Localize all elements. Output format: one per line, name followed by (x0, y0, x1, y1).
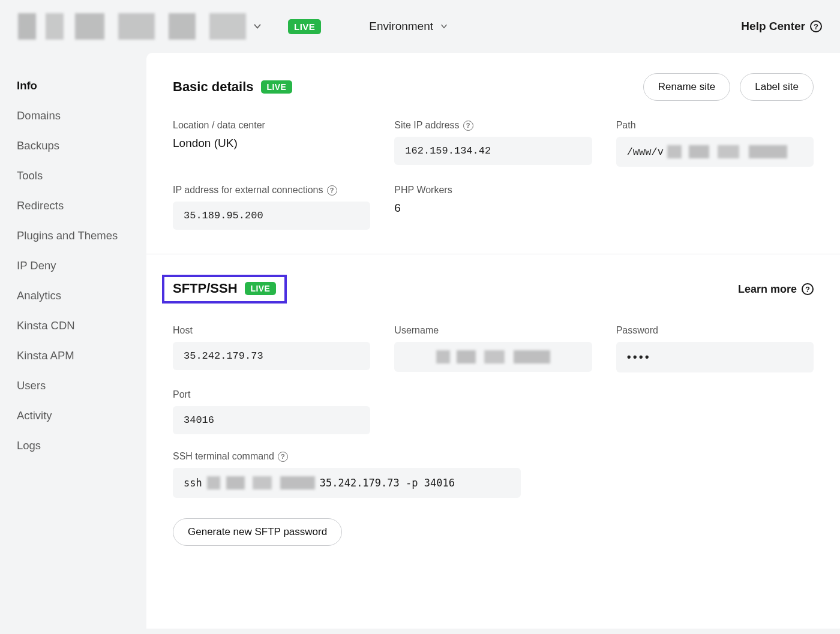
sidebar-item-label: Domains (17, 109, 61, 122)
field-external-ip: IP address for external connections ? 35… (173, 185, 370, 230)
field-password: Password •••• (616, 325, 814, 372)
sidebar-item-users[interactable]: Users (17, 371, 146, 401)
sidebar-item-label: Logs (17, 439, 41, 452)
site-name-redacted (18, 13, 246, 40)
field-value[interactable]: 35.242.179.73 (173, 342, 370, 370)
sidebar-item-label: Info (17, 79, 37, 92)
sidebar-item-analytics[interactable]: Analytics (17, 281, 146, 311)
field-ssh-command: SSH terminal command ? ssh 35.242.179.73… (173, 451, 592, 498)
live-badge: LIVE (245, 282, 277, 295)
sftp-title-highlight: SFTP/SSH LIVE (162, 275, 287, 304)
sidebar: Info Domains Backups Tools Redirects Plu… (0, 53, 146, 629)
sidebar-item-backups[interactable]: Backups (17, 131, 146, 161)
field-host: Host 35.242.179.73 (173, 325, 370, 372)
field-label: Port (173, 389, 370, 400)
path-redacted (667, 145, 787, 158)
sidebar-item-kinsta-apm[interactable]: Kinsta APM (17, 341, 146, 371)
rename-site-button[interactable]: Rename site (643, 73, 730, 101)
sidebar-item-plugins-themes[interactable]: Plugins and Themes (17, 221, 146, 251)
field-site-ip: Site IP address ? 162.159.134.42 (394, 120, 592, 167)
field-value[interactable]: •••• (616, 342, 814, 372)
help-icon: ? (810, 20, 822, 32)
help-center-label: Help Center (741, 20, 805, 33)
field-value: 6 (394, 202, 592, 215)
field-label: PHP Workers (394, 185, 592, 196)
sidebar-item-label: Users (17, 379, 46, 392)
field-label: IP address for external connections ? (173, 185, 370, 196)
sidebar-item-label: Tools (17, 169, 43, 182)
generate-sftp-password-button[interactable]: Generate new SFTP password (173, 518, 342, 546)
field-port: Port 34016 (173, 389, 370, 434)
sidebar-item-label: Activity (17, 409, 52, 422)
learn-more-label: Learn more (738, 283, 797, 296)
label-site-button[interactable]: Label site (740, 73, 814, 101)
site-selector[interactable] (18, 13, 276, 40)
field-php-workers: PHP Workers 6 (394, 185, 592, 230)
chevron-down-icon (252, 21, 263, 32)
field-value[interactable]: /www/v (616, 137, 814, 167)
help-icon[interactable]: ? (327, 185, 337, 196)
sidebar-item-redirects[interactable]: Redirects (17, 191, 146, 221)
field-value: London (UK) (173, 137, 370, 150)
field-label: Username (394, 325, 592, 336)
sidebar-item-label: Redirects (17, 199, 64, 212)
sidebar-item-label: IP Deny (17, 259, 56, 272)
field-label: SSH terminal command ? (173, 451, 592, 462)
field-label: Path (616, 120, 814, 131)
help-center-link[interactable]: Help Center ? (741, 20, 822, 33)
basic-details-panel: Basic details LIVE Rename site Label sit… (146, 53, 840, 254)
live-badge: LIVE (288, 19, 321, 34)
field-path: Path /www/v (616, 120, 814, 167)
help-icon[interactable]: ? (463, 121, 473, 131)
learn-more-link[interactable]: Learn more ? (738, 283, 814, 296)
sidebar-item-ip-deny[interactable]: IP Deny (17, 251, 146, 281)
field-value[interactable]: 34016 (173, 406, 370, 434)
field-username: Username (394, 325, 592, 372)
field-value[interactable]: 162.159.134.42 (394, 137, 592, 165)
username-redacted (436, 350, 550, 363)
field-label: Host (173, 325, 370, 336)
sidebar-item-info[interactable]: Info (17, 71, 146, 101)
sidebar-item-label: Analytics (17, 289, 61, 302)
basic-details-title: Basic details (173, 79, 254, 95)
top-bar: LIVE Environment Help Center ? (0, 0, 840, 53)
field-label: Password (616, 325, 814, 336)
sidebar-item-activity[interactable]: Activity (17, 401, 146, 431)
environment-selector[interactable]: Environment (369, 20, 449, 33)
sidebar-item-domains[interactable]: Domains (17, 101, 146, 131)
help-icon: ? (802, 283, 814, 295)
sidebar-item-kinsta-cdn[interactable]: Kinsta CDN (17, 311, 146, 341)
field-label: Site IP address ? (394, 120, 592, 131)
field-value[interactable]: ssh 35.242.179.73 -p 34016 (173, 468, 521, 498)
chevron-down-icon (439, 22, 449, 31)
live-badge: LIVE (261, 80, 293, 94)
environment-label: Environment (369, 20, 433, 33)
sidebar-item-tools[interactable]: Tools (17, 161, 146, 191)
field-label: Location / data center (173, 120, 370, 131)
sftp-title: SFTP/SSH (173, 281, 238, 296)
ssh-user-redacted (207, 476, 315, 489)
field-value[interactable] (394, 342, 592, 372)
sidebar-item-label: Kinsta APM (17, 349, 74, 362)
help-icon[interactable]: ? (278, 452, 288, 462)
sidebar-item-label: Plugins and Themes (17, 229, 118, 242)
sftp-ssh-panel: SFTP/SSH LIVE Learn more ? Host 35.242.1… (146, 254, 840, 570)
main-content: Basic details LIVE Rename site Label sit… (146, 53, 840, 629)
field-location: Location / data center London (UK) (173, 120, 370, 167)
field-value[interactable]: 35.189.95.200 (173, 202, 370, 230)
sidebar-item-logs[interactable]: Logs (17, 431, 146, 461)
sidebar-item-label: Backups (17, 139, 59, 152)
sidebar-item-label: Kinsta CDN (17, 319, 75, 332)
